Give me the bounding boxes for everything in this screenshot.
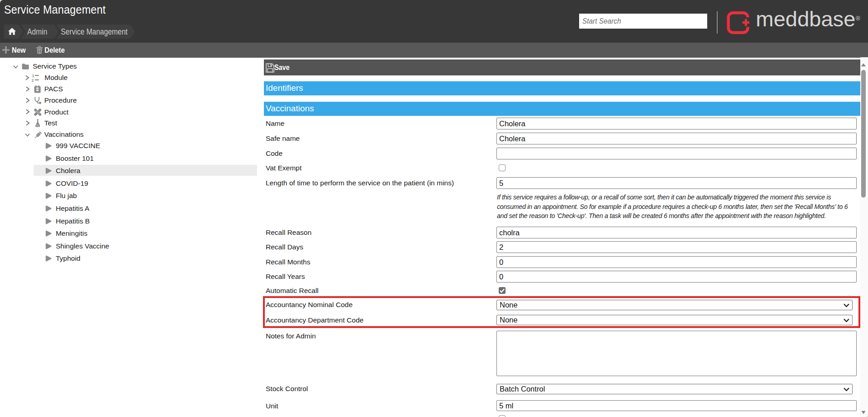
svg-text:2: 2 — [32, 78, 34, 82]
svg-text:1: 1 — [32, 74, 35, 78]
